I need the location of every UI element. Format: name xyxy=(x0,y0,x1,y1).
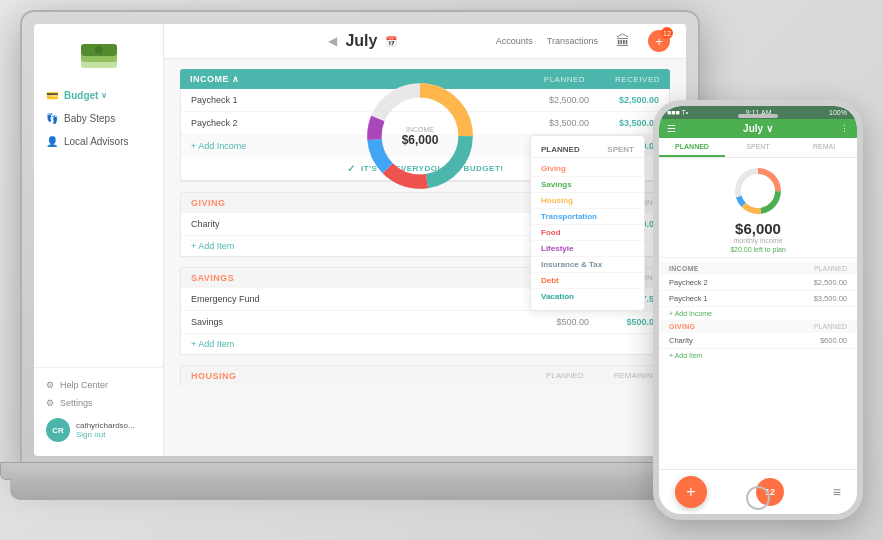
cat-lifestyle-label: Lifestyle xyxy=(541,244,573,253)
planned-header: PLANNED xyxy=(541,145,580,154)
phone-topbar-icon: ⋮ xyxy=(840,124,849,134)
paycheck2-received: $3,500.00 xyxy=(589,118,659,128)
phone-income-row-2: Paycheck 1 $3,500.00 xyxy=(659,291,857,307)
sign-out-link[interactable]: Sign out xyxy=(76,430,135,439)
username: cathyrichardso... xyxy=(76,421,135,430)
phone-income-hdr: INCOME PLANNED xyxy=(659,262,857,275)
cat-food-label: Food xyxy=(541,228,561,237)
phone-menu-icon[interactable]: ☰ xyxy=(667,123,676,134)
svg-point-3 xyxy=(95,46,103,54)
phone-tabs: PLANNED SPENT REMAI xyxy=(659,138,857,158)
add-savings-item-btn[interactable]: + Add Item xyxy=(181,334,669,354)
phone-giving-col: PLANNED xyxy=(814,323,847,330)
income-section-cols: PLANNED RECEIVED xyxy=(544,75,660,84)
help-center-item[interactable]: ⚙ Help Center xyxy=(46,376,151,394)
cat-giving: Giving xyxy=(531,161,644,177)
cat-housing: Housing xyxy=(531,193,644,209)
advisors-icon: 👤 xyxy=(46,136,58,147)
phone-income-section: $6,000 monthly income $20.00 left to pla… xyxy=(659,158,857,258)
phone-budget-list: INCOME PLANNED Paycheck 2 $2,500.00 Payc… xyxy=(659,258,857,469)
phone-month: July ∨ xyxy=(743,123,773,134)
housing-title: HOUSING xyxy=(191,371,237,381)
settings-item[interactable]: ⚙ Settings xyxy=(46,394,151,412)
sidebar-item-advisors-label: Local Advisors xyxy=(64,136,128,147)
cat-giving-label: Giving xyxy=(541,164,566,173)
phone-list-btn[interactable]: ≡ xyxy=(833,484,841,500)
cat-debt: Debt xyxy=(531,273,644,289)
sidebar-bottom: ⚙ Help Center ⚙ Settings CR cathyrichard… xyxy=(34,367,163,456)
sidebar-logo xyxy=(34,32,163,84)
notification-badge: 12 xyxy=(661,27,673,39)
sidebar-nav: 💳 Budget ∨ 👣 Baby Steps 👤 Local Advisors xyxy=(34,84,163,367)
housing-section-header: HOUSING PLANNED REMAINING xyxy=(180,365,670,386)
settings-label: Settings xyxy=(60,398,93,408)
cat-lifestyle: Lifestyle xyxy=(531,241,644,257)
checkmark-icon: ✓ xyxy=(347,163,356,174)
topbar: ◀ July 📅 Accounts Transactions 🏛 xyxy=(164,24,686,59)
cat-transport-label: Transportation xyxy=(541,212,597,221)
housing-planned-col: PLANNED xyxy=(546,371,584,381)
emergency-fund-name: Emergency Fund xyxy=(191,294,519,304)
phone-paycheck1-name: Paycheck 1 xyxy=(669,294,708,303)
prev-month-btn[interactable]: ◀ xyxy=(328,34,337,48)
phone-income-section-title: INCOME xyxy=(669,265,699,272)
babysteps-icon: 👣 xyxy=(46,113,58,124)
user-row: CR cathyrichardso... Sign out xyxy=(46,412,151,448)
phone-donut xyxy=(733,166,783,216)
accounts-link[interactable]: Accounts xyxy=(496,36,533,46)
phone-tab-remaining[interactable]: REMAI xyxy=(791,138,857,157)
add-icon-wrap: + 12 xyxy=(648,30,670,52)
month-title: July xyxy=(345,32,377,50)
phone-income-sublabel: monthly income xyxy=(733,237,782,244)
savings-name: Savings xyxy=(191,317,519,327)
phone: ■■■ T• 9:11 AM 100% ☰ July ∨ ⋮ PLANNED S… xyxy=(653,100,863,520)
phone-income-col: PLANNED xyxy=(814,265,847,272)
sidebar-item-babysteps[interactable]: 👣 Baby Steps xyxy=(34,107,163,130)
help-icon: ⚙ xyxy=(46,380,54,390)
phone-screen: ■■■ T• 9:11 AM 100% ☰ July ∨ ⋮ PLANNED S… xyxy=(659,106,857,514)
sidebar-item-advisors[interactable]: 👤 Local Advisors xyxy=(34,130,163,153)
phone-home-button[interactable] xyxy=(746,486,770,510)
paycheck1-planned: $2,500.00 xyxy=(519,95,589,105)
cat-savings: Savings xyxy=(531,177,644,193)
calendar-icon[interactable]: 📅 xyxy=(385,36,397,47)
topbar-right: Accounts Transactions 🏛 + 12 xyxy=(496,30,670,52)
sidebar-item-budget-label: Budget xyxy=(64,90,98,101)
phone-fab-icon: + xyxy=(686,483,695,501)
laptop-foot xyxy=(10,478,750,500)
received-col-label: RECEIVED xyxy=(615,75,660,84)
cat-savings-label: Savings xyxy=(541,180,572,189)
add-btn[interactable]: + 12 xyxy=(648,30,670,52)
phone-income-row-1: Paycheck 2 $2,500.00 xyxy=(659,275,857,291)
budget-chevron: ∨ xyxy=(101,91,107,100)
phone-charity-amount: $600.00 xyxy=(820,336,847,345)
phone-giving-title: GIVING xyxy=(669,323,695,330)
phone-donut-svg xyxy=(733,166,783,216)
cat-vacation: Vacation xyxy=(531,289,644,304)
phone-tab-planned[interactable]: PLANNED xyxy=(659,138,725,157)
phone-add-income-btn[interactable]: + Add Income xyxy=(659,307,857,320)
donut-amount: $6,000 xyxy=(402,133,439,147)
phone-tab-spent[interactable]: SPENT xyxy=(725,138,791,157)
category-panel-header: PLANNED SPENT xyxy=(531,142,644,158)
savings-row-2: Savings $500.00 $500.00 xyxy=(181,311,669,334)
phone-add-giving-btn[interactable]: + Add Item xyxy=(659,349,857,362)
phone-signal: ■■■ T• xyxy=(667,109,688,116)
sidebar: 💳 Budget ∨ 👣 Baby Steps 👤 Local Advisors xyxy=(34,24,164,456)
phone-paycheck2-amount: $2,500.00 xyxy=(814,278,847,287)
phone-paycheck2-name: Paycheck 2 xyxy=(669,278,708,287)
phone-paycheck1-amount: $3,500.00 xyxy=(814,294,847,303)
phone-add-fab[interactable]: + xyxy=(675,476,707,508)
category-panel: PLANNED SPENT Giving Savings Housing Tra… xyxy=(530,135,645,311)
giving-title: GIVING xyxy=(191,198,226,208)
cat-vacation-label: Vacation xyxy=(541,292,574,301)
settings-icon: ⚙ xyxy=(46,398,54,408)
phone-charity-name: Charity xyxy=(669,336,693,345)
bank-icon: 🏛 xyxy=(616,33,630,49)
logo-icon xyxy=(79,40,119,72)
sidebar-item-budget[interactable]: 💳 Budget ∨ xyxy=(34,84,163,107)
transactions-link[interactable]: Transactions xyxy=(547,36,598,46)
bank-btn[interactable]: 🏛 xyxy=(612,30,634,52)
scene: 💳 Budget ∨ 👣 Baby Steps 👤 Local Advisors xyxy=(0,0,883,540)
income-title: INCOME ∧ xyxy=(190,74,240,84)
